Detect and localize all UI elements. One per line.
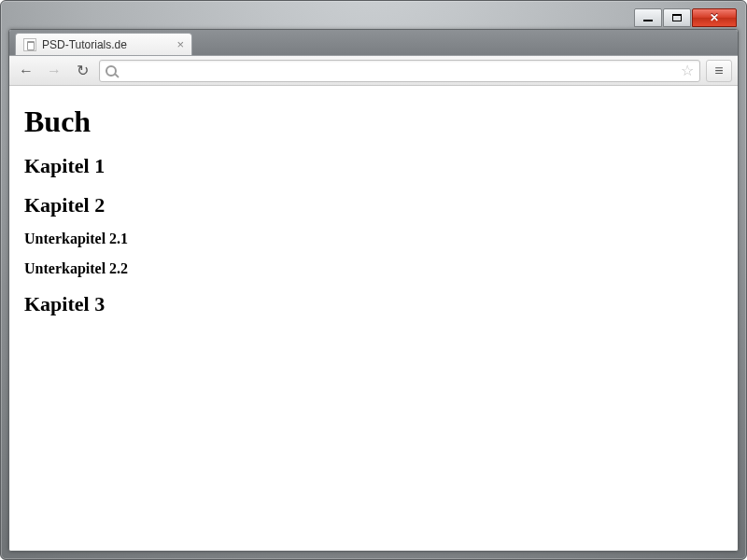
window-maximize-button[interactable]	[663, 8, 691, 27]
search-icon	[106, 65, 117, 77]
bookmark-star-icon[interactable]: ☆	[681, 62, 694, 79]
maximize-icon	[672, 14, 682, 21]
browser-tab[interactable]: PSD-Tutorials.de ×	[15, 33, 192, 55]
browser-frame: PSD-Tutorials.de × ← → ↻ ☆ ≡	[8, 29, 739, 552]
page-viewport: Buch Kapitel 1 Kapitel 2 Unterkapitel 2.…	[9, 86, 738, 551]
tab-strip: PSD-Tutorials.de ×	[9, 30, 738, 56]
arrow-left-icon: ←	[19, 63, 34, 79]
window-minimize-button[interactable]	[634, 8, 662, 27]
minimize-icon	[643, 20, 653, 21]
forward-button[interactable]: →	[43, 60, 65, 82]
chapter-heading: Kapitel 3	[24, 292, 723, 316]
reload-icon: ↻	[77, 62, 89, 79]
back-button[interactable]: ←	[15, 60, 37, 82]
subchapter-heading: Unterkapitel 2.1	[24, 231, 723, 247]
chapter-heading: Kapitel 2	[24, 193, 723, 217]
browser-menu-button[interactable]: ≡	[706, 60, 732, 82]
hamburger-icon: ≡	[714, 63, 723, 79]
file-icon	[23, 38, 36, 51]
os-window: ✕ PSD-Tutorials.de × ← → ↻ ☆	[0, 0, 747, 560]
window-titlebar: ✕	[8, 8, 739, 29]
address-input[interactable]	[122, 63, 675, 77]
subchapter-heading: Unterkapitel 2.2	[24, 260, 723, 277]
tab-close-button[interactable]: ×	[176, 38, 184, 50]
chapter-heading: Kapitel 1	[24, 154, 723, 178]
reload-button[interactable]: ↻	[71, 60, 93, 82]
window-close-button[interactable]: ✕	[692, 8, 737, 27]
page-heading-h1: Buch	[24, 105, 723, 139]
arrow-right-icon: →	[47, 63, 62, 79]
tab-label: PSD-Tutorials.de	[42, 38, 127, 51]
close-icon: ✕	[710, 11, 719, 24]
address-bar[interactable]: ☆	[99, 60, 700, 82]
browser-toolbar: ← → ↻ ☆ ≡	[9, 56, 738, 86]
